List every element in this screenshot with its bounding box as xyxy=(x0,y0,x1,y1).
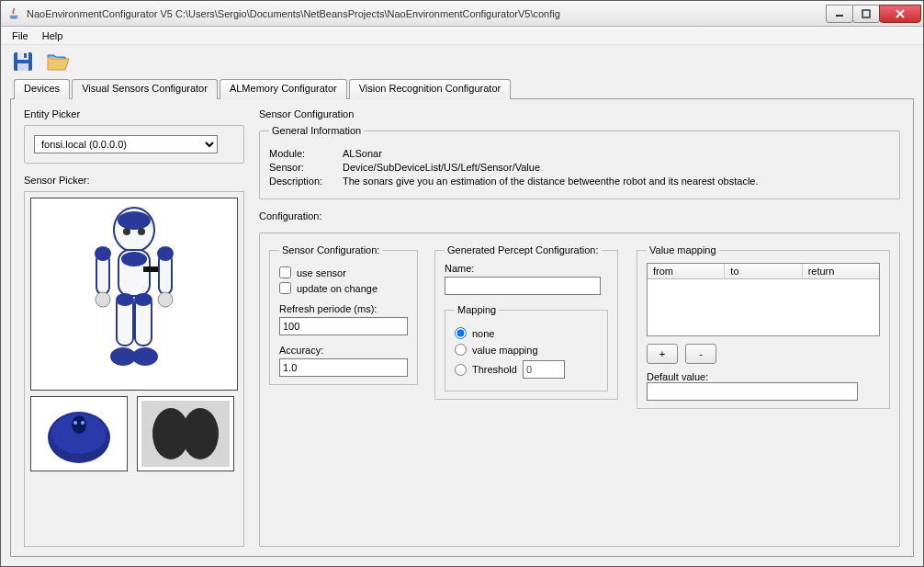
window-controls xyxy=(827,5,921,23)
sensor-picker-label: Sensor Picker: xyxy=(24,175,244,186)
configuration-group: Sensor Configuration: use sensor update … xyxy=(259,232,900,547)
robot-front-image[interactable] xyxy=(30,198,238,391)
sensor-configuration-group: Sensor Configuration: use sensor update … xyxy=(269,244,418,385)
percept-legend: Generated Percept Configuration: xyxy=(445,244,602,255)
menubar: File Help xyxy=(1,27,923,45)
percept-name-label: Name: xyxy=(445,263,608,274)
percept-configuration-group: Generated Percept Configuration: Name: M… xyxy=(434,244,618,400)
tab-almemory[interactable]: ALMemory Configurator xyxy=(220,79,347,99)
sensor-picker-box xyxy=(24,191,244,547)
default-value-input xyxy=(647,382,858,401)
robot-head-top-image[interactable] xyxy=(30,396,128,471)
svg-point-9 xyxy=(118,211,151,230)
mapping-legend: Mapping xyxy=(455,304,499,315)
content-area: Devices Visual Sensors Configurator ALMe… xyxy=(1,78,923,566)
configuration-label: Configuration: xyxy=(259,210,900,221)
svg-point-27 xyxy=(132,347,158,366)
update-on-change-label: update on change xyxy=(297,283,377,294)
mapping-group: Mapping none value mapping xyxy=(445,304,608,391)
refresh-label: Refresh periode (ms): xyxy=(279,303,408,314)
tab-devices[interactable]: Devices xyxy=(14,79,70,99)
svg-point-21 xyxy=(158,292,173,307)
value-mapping-group: Value mapping from to return + xyxy=(637,244,890,409)
minimize-button[interactable] xyxy=(826,5,853,23)
svg-point-26 xyxy=(110,347,136,366)
add-row-button[interactable]: + xyxy=(647,344,678,364)
mapping-value-radio[interactable] xyxy=(455,344,467,356)
svg-rect-1 xyxy=(862,10,870,17)
svg-point-20 xyxy=(96,292,110,307)
mapping-none-label: none xyxy=(472,328,494,339)
robot-feet-bottom-image[interactable] xyxy=(137,396,234,471)
save-icon[interactable] xyxy=(10,49,36,74)
svg-point-35 xyxy=(182,408,219,459)
svg-point-24 xyxy=(116,293,134,306)
threshold-input xyxy=(523,360,565,379)
app-window: NaoEnvironmentConfigurator V5 C:\Users\S… xyxy=(0,0,924,567)
value-mapping-table[interactable]: from to return xyxy=(647,263,880,336)
titlebar: NaoEnvironmentConfigurator V5 C:\Users\S… xyxy=(1,1,923,27)
entity-select[interactable]: fonsi.local (0.0.0.0) xyxy=(34,135,218,153)
svg-point-10 xyxy=(123,228,130,235)
right-column: Sensor Configuration General Information… xyxy=(259,108,900,547)
sensor-label: Sensor: xyxy=(269,162,343,173)
remove-row-button[interactable]: - xyxy=(685,344,716,364)
sensor-value: Device/SubDeviceList/US/Left/Sensor/Valu… xyxy=(343,162,540,173)
java-icon xyxy=(6,6,21,21)
mapping-none-radio[interactable] xyxy=(455,327,467,339)
robot-thumbnails xyxy=(30,396,238,471)
svg-point-11 xyxy=(138,228,145,235)
open-icon[interactable] xyxy=(45,49,71,74)
close-button[interactable] xyxy=(879,5,921,23)
value-mapping-legend: Value mapping xyxy=(647,244,719,255)
svg-rect-6 xyxy=(17,63,28,71)
use-sensor-checkbox[interactable] xyxy=(279,266,291,278)
general-info-group: General Information Module: ALSonar Sens… xyxy=(259,125,900,199)
svg-point-31 xyxy=(73,421,77,425)
description-label: Description: xyxy=(269,176,343,187)
use-sensor-label: use sensor xyxy=(297,267,346,278)
tab-vision-recognition[interactable]: Vision Recognition Configurator xyxy=(349,79,512,99)
col-return: return xyxy=(803,264,879,278)
svg-point-18 xyxy=(95,246,111,261)
toolbar xyxy=(1,45,923,78)
value-mapping-header: from to return xyxy=(648,264,879,279)
menu-help[interactable]: Help xyxy=(37,28,69,43)
mapping-threshold-radio[interactable] xyxy=(455,364,467,376)
svg-rect-14 xyxy=(143,266,160,272)
module-value: ALSonar xyxy=(343,148,382,159)
svg-point-19 xyxy=(157,246,174,261)
sensor-cfg-legend: Sensor Configuration: xyxy=(279,244,382,255)
tab-visual-sensors[interactable]: Visual Sensors Configurator xyxy=(72,79,218,99)
accuracy-input[interactable] xyxy=(279,358,408,377)
entity-picker-box: fonsi.local (0.0.0.0) xyxy=(24,125,244,164)
default-value-label: Default value: xyxy=(647,371,880,382)
entity-picker-label: Entity Picker xyxy=(24,108,244,119)
refresh-input[interactable] xyxy=(279,317,408,335)
percept-name-input[interactable] xyxy=(445,277,601,295)
general-info-legend: General Information xyxy=(269,125,364,136)
window-title: NaoEnvironmentConfigurator V5 C:\Users\S… xyxy=(27,8,827,19)
svg-rect-5 xyxy=(17,52,28,60)
mapping-threshold-label: Threshold xyxy=(472,364,517,375)
maximize-button[interactable] xyxy=(852,5,880,23)
svg-point-25 xyxy=(134,293,152,306)
col-to: to xyxy=(725,264,802,278)
svg-point-32 xyxy=(81,421,85,425)
svg-point-13 xyxy=(121,252,147,266)
description-value: The sonars give you an estimation of the… xyxy=(343,176,759,187)
accuracy-label: Accuracy: xyxy=(279,345,408,356)
update-on-change-checkbox[interactable] xyxy=(279,282,291,294)
left-column: Entity Picker fonsi.local (0.0.0.0) Sens… xyxy=(24,108,244,547)
sensor-config-title: Sensor Configuration xyxy=(259,108,900,119)
svg-rect-7 xyxy=(24,53,27,58)
tab-panel: Entity Picker fonsi.local (0.0.0.0) Sens… xyxy=(10,98,914,557)
tab-bar: Devices Visual Sensors Configurator ALMe… xyxy=(10,78,914,98)
col-from: from xyxy=(648,264,725,278)
menu-file[interactable]: File xyxy=(6,28,34,43)
mapping-value-label: value mapping xyxy=(472,345,538,356)
svg-point-30 xyxy=(72,415,86,434)
module-label: Module: xyxy=(269,148,343,159)
